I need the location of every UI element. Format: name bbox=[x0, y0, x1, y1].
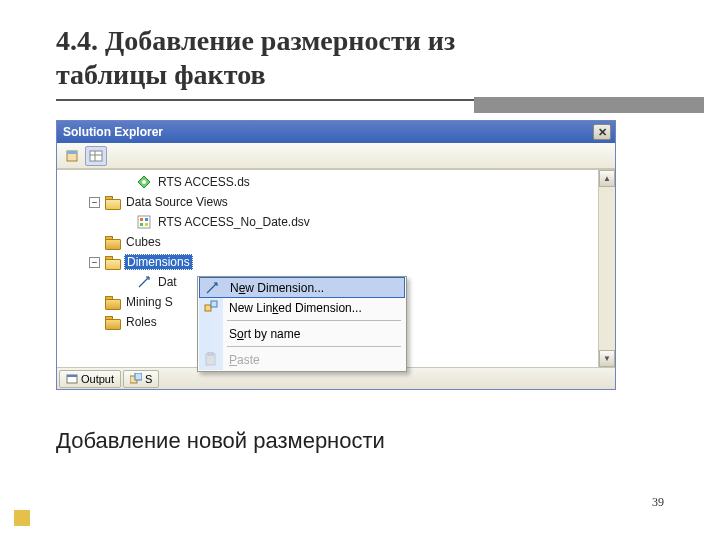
svg-rect-7 bbox=[138, 216, 150, 228]
dsv-icon bbox=[136, 214, 152, 230]
folder-icon bbox=[104, 234, 120, 250]
close-button[interactable]: ✕ bbox=[593, 124, 611, 140]
collapse-icon[interactable]: − bbox=[89, 257, 100, 268]
folder-icon bbox=[104, 314, 120, 330]
collapse-icon[interactable]: − bbox=[89, 197, 100, 208]
solution-explorer-panel: Solution Explorer ✕ ▲ ▼ bbox=[56, 120, 616, 390]
slide-heading: 4.4. Добавление размерности из таблицы ф… bbox=[0, 18, 720, 95]
paste-icon bbox=[203, 351, 219, 367]
context-menu: New Dimension... New Linked Dimension...… bbox=[197, 276, 407, 372]
tree-item-cubes[interactable]: Cubes bbox=[57, 232, 615, 252]
svg-rect-2 bbox=[90, 151, 102, 161]
menu-paste: Paste bbox=[199, 349, 405, 370]
linked-dimension-icon bbox=[203, 299, 219, 315]
rule-accent bbox=[474, 97, 704, 113]
panel-title: Solution Explorer bbox=[63, 125, 163, 139]
showall-icon bbox=[89, 149, 103, 163]
tree-label: RTS ACCESS.ds bbox=[156, 175, 252, 189]
svg-point-6 bbox=[142, 180, 146, 184]
tree-label: Mining S bbox=[124, 295, 175, 309]
menu-new-linked-dimension[interactable]: New Linked Dimension... bbox=[199, 297, 405, 318]
caption-text: Добавление новой размерности bbox=[56, 428, 385, 454]
svg-rect-16 bbox=[67, 375, 77, 377]
menu-new-dimension[interactable]: New Dimension... bbox=[199, 277, 405, 298]
svg-rect-10 bbox=[140, 223, 143, 226]
scroll-up-button[interactable]: ▲ bbox=[599, 170, 615, 187]
svg-rect-22 bbox=[205, 305, 211, 311]
properties-icon bbox=[65, 149, 79, 163]
page-number: 39 bbox=[652, 495, 664, 510]
svg-line-19 bbox=[207, 283, 217, 293]
tree-label: Roles bbox=[124, 315, 159, 329]
svg-rect-1 bbox=[67, 151, 77, 154]
menu-label: Paste bbox=[229, 353, 260, 367]
tree-label: Data Source Views bbox=[124, 195, 230, 209]
menu-label: New Dimension... bbox=[230, 281, 324, 295]
output-icon bbox=[66, 373, 78, 385]
panel-titlebar[interactable]: Solution Explorer ✕ bbox=[57, 121, 615, 143]
tree-label: Cubes bbox=[124, 235, 163, 249]
svg-rect-24 bbox=[206, 354, 215, 365]
vertical-scrollbar[interactable]: ▲ ▼ bbox=[598, 170, 615, 367]
solution-icon bbox=[130, 373, 142, 385]
dimension-icon bbox=[204, 280, 220, 296]
tab-solution[interactable]: S bbox=[123, 370, 159, 388]
tree-label: Dat bbox=[156, 275, 179, 289]
slide-marker bbox=[14, 510, 30, 526]
folder-icon bbox=[104, 294, 120, 310]
svg-line-12 bbox=[139, 277, 149, 287]
tab-label: Output bbox=[81, 373, 114, 385]
folder-icon bbox=[104, 194, 120, 210]
dimension-icon bbox=[136, 274, 152, 290]
datasource-icon bbox=[136, 174, 152, 190]
svg-rect-8 bbox=[140, 218, 143, 221]
toolbar-btn-showall[interactable] bbox=[85, 146, 107, 166]
tab-output[interactable]: Output bbox=[59, 370, 121, 388]
svg-rect-11 bbox=[145, 223, 148, 226]
tab-label: S bbox=[145, 373, 152, 385]
tree-label-selected: Dimensions bbox=[124, 254, 193, 270]
menu-label: New Linked Dimension... bbox=[229, 301, 362, 315]
close-icon: ✕ bbox=[598, 126, 607, 139]
toolbar-btn-properties[interactable] bbox=[61, 146, 83, 166]
heading-rule bbox=[0, 99, 720, 105]
svg-rect-25 bbox=[208, 352, 213, 355]
svg-rect-9 bbox=[145, 218, 148, 221]
menu-sort-by-name[interactable]: Sort by name bbox=[199, 323, 405, 344]
scroll-down-button[interactable]: ▼ bbox=[599, 350, 615, 367]
svg-rect-23 bbox=[211, 301, 217, 307]
tree-item-dimensions[interactable]: − Dimensions bbox=[57, 252, 615, 272]
folder-icon bbox=[104, 254, 120, 270]
tree-item-ds[interactable]: RTS ACCESS.ds bbox=[57, 172, 615, 192]
svg-rect-18 bbox=[135, 373, 142, 380]
heading-line1: 4.4. Добавление размерности из bbox=[56, 25, 455, 56]
screenshot-container: Solution Explorer ✕ ▲ ▼ bbox=[56, 120, 616, 390]
heading-line2: таблицы фактов bbox=[56, 59, 266, 90]
menu-label: Sort by name bbox=[229, 327, 300, 341]
tree-item-dsv[interactable]: RTS ACCESS_No_Date.dsv bbox=[57, 212, 615, 232]
tree-label: RTS ACCESS_No_Date.dsv bbox=[156, 215, 312, 229]
top-gap bbox=[0, 0, 720, 18]
panel-toolbar bbox=[57, 143, 615, 169]
tree-item-dsv-folder[interactable]: − Data Source Views bbox=[57, 192, 615, 212]
